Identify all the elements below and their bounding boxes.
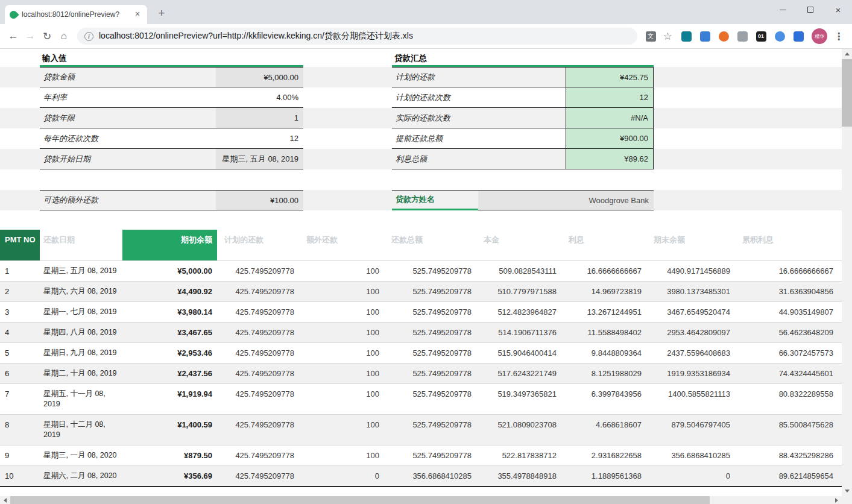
browser-tab[interactable]: localhost:8012/onlinePreview? × bbox=[5, 5, 147, 24]
panel-row: 年利率4.00%计划的还款次数12 bbox=[0, 87, 842, 108]
minimize-button[interactable] bbox=[769, 0, 797, 19]
scroll-down-icon bbox=[845, 490, 850, 493]
table-row: 4星期四, 八月 08, 2019¥3,467.65425.7495209778… bbox=[0, 323, 842, 343]
gray-anchor-extension-icon[interactable] bbox=[736, 30, 748, 42]
badge-01-extension-icon[interactable]: 01 bbox=[755, 30, 767, 42]
summary-value: ¥89.62 bbox=[566, 149, 654, 169]
scroll-down-button[interactable] bbox=[842, 486, 852, 496]
horizontal-scroll-thumb[interactable] bbox=[10, 496, 710, 504]
cell: ¥5,000.00 bbox=[122, 261, 217, 281]
home-icon[interactable]: ⌂ bbox=[55, 28, 72, 45]
blue-fox-extension-icon-glyph bbox=[794, 31, 804, 42]
cell: 星期四, 八月 08, 2019 bbox=[40, 323, 122, 342]
column-header: 累积利息 bbox=[735, 230, 838, 260]
cell: ¥1,919.94 bbox=[122, 384, 217, 414]
minimize-icon bbox=[780, 10, 786, 10]
cell: 44.9035149807 bbox=[735, 302, 838, 322]
column-header: 计划的还款 bbox=[217, 230, 299, 260]
url-text: localhost:8012/onlinePreview?url=http://… bbox=[99, 31, 413, 42]
spacer bbox=[0, 128, 40, 149]
table-row: 9星期三, 一月 08, 2020¥879.50425.749520977810… bbox=[0, 446, 842, 466]
input-label: 贷款年限 bbox=[40, 108, 216, 128]
cell: 6 bbox=[0, 364, 40, 383]
spacer bbox=[303, 190, 392, 210]
scroll-right-button[interactable] bbox=[831, 495, 842, 504]
blue-cloud-extension-icon[interactable] bbox=[774, 30, 786, 42]
summary-label: 计划的还款 bbox=[392, 67, 566, 87]
profile-avatar[interactable]: 精华 bbox=[812, 28, 827, 44]
tab-close-icon[interactable]: × bbox=[133, 10, 142, 19]
cell: 100 bbox=[299, 343, 384, 363]
panel-rows: 贷款金额¥5,000.00计划的还款¥425.75年利率4.00%计划的还款次数… bbox=[0, 67, 842, 230]
cell: 2953.4642809097 bbox=[646, 323, 735, 342]
cell: 74.4324445601 bbox=[735, 364, 838, 383]
translate-glyph: 文 bbox=[646, 31, 656, 42]
cell: 66.3072457573 bbox=[735, 343, 838, 363]
scroll-left-icon bbox=[4, 498, 7, 503]
spreadsheet-preview: 输入值 贷款汇总 贷款金额¥5,000.00计划的还款¥425.75年利率4.0… bbox=[0, 49, 842, 496]
cell: 521.0809023708 bbox=[476, 415, 561, 445]
cell: 355.4978848918 bbox=[476, 466, 561, 486]
spacer bbox=[0, 190, 40, 210]
cell: 星期日, 九月 08, 2019 bbox=[40, 343, 122, 363]
cell: 510.7797971588 bbox=[476, 282, 561, 301]
cell: 星期三, 一月 08, 2020 bbox=[40, 446, 122, 465]
cell: 519.3497365821 bbox=[476, 384, 561, 414]
bookmark-star-icon[interactable]: ☆ bbox=[659, 28, 676, 45]
input-value: 星期三, 五月 08, 2019 bbox=[216, 149, 303, 169]
cell: 100 bbox=[299, 446, 384, 465]
table-row: 2星期六, 六月 08, 2019¥4,490.92425.7495209778… bbox=[0, 282, 842, 302]
translate-icon[interactable]: 文 bbox=[642, 28, 659, 45]
blue-translate-extension-icon[interactable] bbox=[699, 30, 711, 42]
cell: 3467.6549520474 bbox=[646, 302, 735, 322]
close-window-button[interactable]: × bbox=[824, 0, 852, 19]
kebab-menu-icon[interactable]: ⋮ bbox=[830, 28, 847, 45]
cell: 5 bbox=[0, 343, 40, 363]
cell: 425.7495209778 bbox=[217, 466, 299, 486]
blue-fox-extension-icon[interactable] bbox=[792, 30, 804, 42]
cell: 425.7495209778 bbox=[217, 343, 299, 363]
back-icon[interactable]: ← bbox=[5, 28, 22, 45]
cell: 525.7495209778 bbox=[384, 364, 476, 383]
teal-shield-extension-icon[interactable] bbox=[680, 30, 692, 42]
spacer bbox=[0, 49, 40, 67]
vertical-scroll-thumb[interactable] bbox=[842, 59, 852, 127]
maximize-button[interactable] bbox=[797, 0, 824, 19]
extra-payment-value: ¥100.00 bbox=[216, 190, 303, 210]
spacer bbox=[303, 108, 392, 128]
reload-icon[interactable]: ↻ bbox=[39, 28, 55, 45]
cell: 4 bbox=[0, 323, 40, 342]
browser-toolbar: ← → ↻ ⌂ i localhost:8012/onlinePreview?u… bbox=[0, 24, 852, 49]
new-tab-button[interactable]: + bbox=[154, 6, 169, 20]
column-header: 期初余额 bbox=[122, 230, 217, 260]
amortization-table-body: 1星期三, 五月 08, 2019¥5,000.00425.7495209778… bbox=[0, 261, 842, 487]
column-header: PMT NO bbox=[0, 230, 40, 260]
empty-row bbox=[0, 210, 842, 230]
cell: 514.1906711376 bbox=[476, 323, 561, 342]
cell: 星期六, 二月 08, 2020 bbox=[40, 466, 122, 486]
lender-value: Woodgrove Bank bbox=[478, 190, 654, 210]
teal-shield-extension-icon-glyph bbox=[681, 31, 692, 42]
cell: 9 bbox=[0, 446, 40, 465]
cell: 1400.5855821113 bbox=[646, 384, 735, 414]
forward-icon[interactable]: → bbox=[22, 28, 39, 45]
cell: 8.1251988029 bbox=[561, 364, 646, 383]
address-bar[interactable]: i localhost:8012/onlinePreview?url=http:… bbox=[77, 28, 637, 45]
horizontal-scrollbar[interactable] bbox=[0, 496, 842, 504]
column-header: 额外还款 bbox=[299, 230, 384, 260]
scroll-left-button[interactable] bbox=[0, 495, 10, 504]
cell: 525.7495209778 bbox=[384, 343, 476, 363]
panel-row: 贷款开始日期星期三, 五月 08, 2019利息总额¥89.62 bbox=[0, 149, 842, 169]
page-info-icon[interactable]: i bbox=[84, 32, 93, 41]
table-row: 7星期五, 十一月 08, 2019¥1,919.94425.749520977… bbox=[0, 384, 842, 415]
orange-ball-extension-icon[interactable] bbox=[718, 30, 730, 42]
spacer bbox=[0, 67, 40, 87]
scroll-up-button[interactable] bbox=[842, 49, 852, 59]
vertical-scrollbar[interactable] bbox=[842, 49, 852, 496]
summary-value: 12 bbox=[566, 87, 654, 108]
cell: 13.2671244951 bbox=[561, 302, 646, 322]
cell: 1 bbox=[0, 261, 40, 281]
cell: 100 bbox=[299, 282, 384, 301]
cell: ¥356.69 bbox=[122, 466, 217, 486]
cell: 515.9046400414 bbox=[476, 343, 561, 363]
